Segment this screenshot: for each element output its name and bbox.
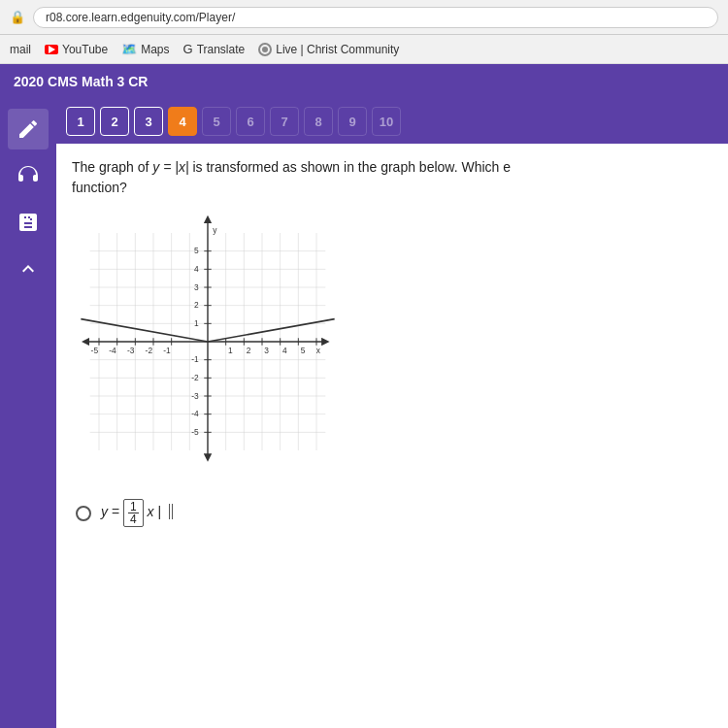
svg-text:4: 4	[282, 346, 287, 355]
svg-text:-4: -4	[191, 409, 199, 418]
app-title: 2020 CMS Math 3 CR	[14, 74, 148, 89]
calculator-icon-button[interactable]	[8, 202, 49, 243]
tab-4[interactable]: 4	[168, 107, 197, 136]
translate-icon: G	[183, 42, 193, 56]
fraction-denominator: 4	[128, 513, 139, 525]
tab-10[interactable]: 10	[372, 107, 401, 136]
tab-2[interactable]: 2	[100, 107, 129, 136]
headphones-icon	[17, 164, 40, 187]
tab-8[interactable]: 8	[304, 107, 333, 136]
svg-text:-3: -3	[127, 346, 135, 355]
answer-text-1: y = 1 4 x |	[101, 499, 173, 527]
svg-text:4: 4	[194, 264, 199, 274]
translate-label: Translate	[197, 43, 246, 56]
question-text-line2: function?	[72, 180, 127, 195]
bookmark-mail[interactable]: mail	[10, 43, 31, 56]
url-bar[interactable]: r08.core.learn.edgenuity.com/Player/	[33, 7, 718, 28]
bookmark-translate[interactable]: G Translate	[183, 42, 246, 56]
question-equation: y = |x|	[152, 159, 188, 175]
svg-text:-5: -5	[191, 427, 199, 437]
svg-text:x: x	[316, 346, 321, 355]
svg-text:-3: -3	[191, 391, 199, 401]
browser-bar: 🔒 r08.core.learn.edgenuity.com/Player/	[0, 0, 728, 35]
maps-label: Maps	[141, 43, 169, 56]
svg-text:-1: -1	[191, 354, 199, 364]
youtube-label: YouTube	[62, 43, 108, 56]
live-icon	[258, 43, 272, 56]
maps-icon: 🗺️	[121, 42, 137, 56]
bookmark-live[interactable]: Live | Christ Community	[258, 43, 399, 56]
svg-text:2: 2	[247, 346, 251, 355]
lock-icon: 🔒	[10, 10, 25, 24]
svg-text:2: 2	[194, 300, 199, 310]
main-area: 1 2 3 4 5 6 7 8 9 10 The graph of y = |x…	[0, 99, 728, 728]
question-text-after: is transformed as shown in the graph bel…	[189, 159, 512, 175]
question-text-before: The graph of	[72, 159, 152, 175]
svg-text:-2: -2	[146, 346, 153, 355]
svg-text:y: y	[213, 225, 217, 235]
coordinate-graph: -5 -4 -3 -2 -1 1 2 3 4 5 x 5 4 3 2 1	[72, 206, 344, 478]
tab-1[interactable]: 1	[66, 107, 95, 136]
svg-text:1: 1	[194, 318, 199, 328]
tab-5[interactable]: 5	[202, 107, 231, 136]
svg-text:3: 3	[194, 282, 199, 292]
svg-text:5: 5	[194, 246, 199, 255]
headphones-icon-button[interactable]	[8, 155, 49, 196]
arrow-up-icon	[17, 257, 40, 281]
app-header: 2020 CMS Math 3 CR	[0, 64, 728, 99]
tab-7[interactable]: 7	[270, 107, 299, 136]
answer-option-1[interactable]: y = 1 4 x |	[56, 487, 728, 539]
radio-button-1[interactable]	[76, 506, 91, 521]
bookmark-maps[interactable]: 🗺️ Maps	[121, 42, 169, 56]
svg-text:5: 5	[301, 346, 306, 355]
svg-text:-2: -2	[191, 373, 199, 382]
tab-6[interactable]: 6	[236, 107, 265, 136]
tab-9[interactable]: 9	[338, 107, 367, 136]
question-text: The graph of y = |x| is transformed as s…	[56, 144, 728, 206]
youtube-icon	[45, 45, 58, 54]
bookmark-youtube[interactable]: YouTube	[45, 43, 108, 56]
svg-text:1: 1	[228, 346, 233, 355]
svg-text:-1: -1	[163, 346, 171, 355]
bookmarks-bar: mail YouTube 🗺️ Maps G Translate Live | …	[0, 35, 728, 64]
arrow-up-icon-button[interactable]	[8, 248, 49, 289]
content-panel: The graph of y = |x| is transformed as s…	[56, 144, 728, 728]
svg-text:3: 3	[264, 346, 269, 355]
svg-text:-5: -5	[91, 346, 99, 355]
live-label: Live | Christ Community	[276, 43, 399, 56]
question-tabs: 1 2 3 4 5 6 7 8 9 10	[56, 99, 728, 144]
tab-3[interactable]: 3	[134, 107, 163, 136]
svg-text:-4: -4	[109, 346, 116, 355]
calculator-icon	[17, 211, 40, 234]
pencil-icon-button[interactable]	[8, 109, 49, 149]
sidebar	[0, 99, 56, 728]
pencil-icon	[17, 117, 40, 141]
right-panel: 1 2 3 4 5 6 7 8 9 10 The graph of y = |x…	[56, 99, 728, 728]
graph-container: -5 -4 -3 -2 -1 1 2 3 4 5 x 5 4 3 2 1	[56, 206, 728, 487]
